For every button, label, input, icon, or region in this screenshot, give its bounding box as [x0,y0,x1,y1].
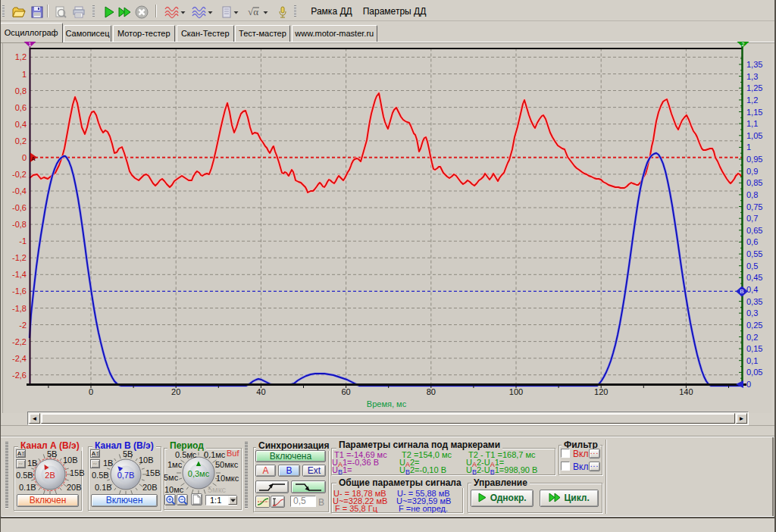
svg-text:1: 1 [29,42,32,47]
svg-text:2: 2 [742,42,745,47]
